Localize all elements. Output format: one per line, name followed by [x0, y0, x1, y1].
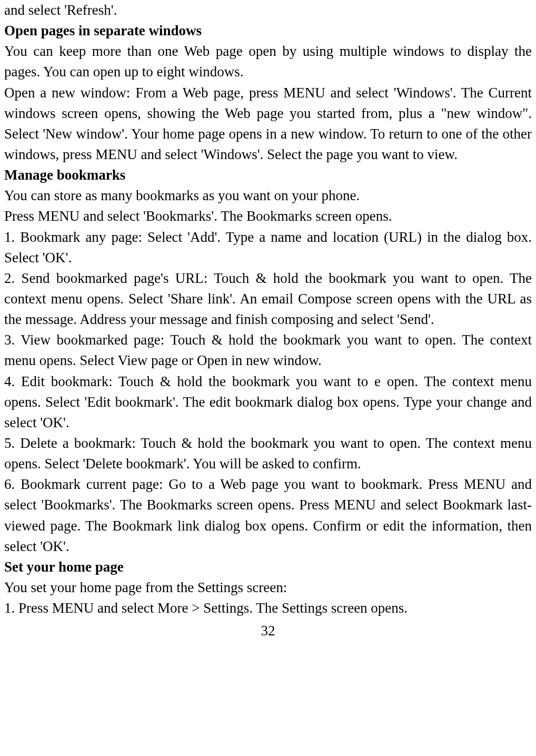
section-heading: Manage bookmarks — [4, 165, 532, 185]
body-text: You can store as many bookmarks as you w… — [4, 185, 532, 206]
body-text: 5. Delete a bookmark: Touch & hold the b… — [4, 433, 532, 474]
body-text: Open a new window: From a Web page, pres… — [4, 83, 532, 165]
document-page: and select 'Refresh'. Open pages in sepa… — [0, 0, 536, 641]
body-text: 2. Send bookmarked page's URL: Touch & h… — [4, 268, 532, 330]
body-text: 3. View bookmarked page: Touch & hold th… — [4, 330, 532, 371]
body-text: You can keep more than one Web page open… — [4, 41, 532, 82]
page-number: 32 — [4, 621, 532, 641]
body-text: You set your home page from the Settings… — [4, 577, 532, 598]
body-text: Press MENU and select 'Bookmarks'. The B… — [4, 206, 532, 227]
section-heading: Set your home page — [4, 557, 532, 577]
section-heading: Open pages in separate windows — [4, 21, 532, 41]
body-text: and select 'Refresh'. — [4, 0, 532, 21]
body-text: 1. Press MENU and select More > Settings… — [4, 598, 532, 618]
body-text: 4. Edit bookmark: Touch & hold the bookm… — [4, 371, 532, 433]
body-text: 1. Bookmark any page: Select 'Add'. Type… — [4, 227, 532, 268]
body-text: 6. Bookmark current page: Go to a Web pa… — [4, 474, 532, 557]
